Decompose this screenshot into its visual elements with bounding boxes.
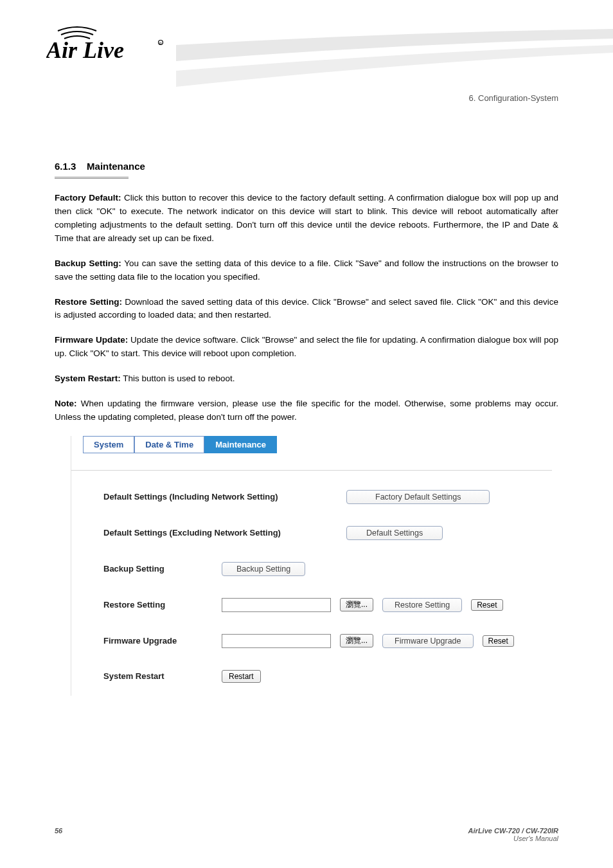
- chapter-breadcrumb: 6. Configuration-System: [55, 93, 558, 103]
- label-default-excluding: Default Settings (Excluding Network Sett…: [103, 528, 290, 538]
- restore-browse-button[interactable]: 瀏覽...: [340, 598, 373, 611]
- label-system-restart: System Restart:: [55, 374, 121, 383]
- tab-maintenance[interactable]: Maintenance: [204, 436, 277, 453]
- restore-file-input[interactable]: [222, 598, 331, 612]
- label-note: Note:: [55, 399, 81, 408]
- text-firmware-update: Update the device software. Click "Brows…: [55, 335, 558, 358]
- heading-underline: [55, 177, 129, 179]
- paragraph-factory-default: Factory Default: Click this button to re…: [55, 192, 558, 246]
- text-system-restart: This button is used to reboot.: [121, 374, 235, 383]
- paragraph-note: Note: When updating the firmware version…: [55, 397, 558, 424]
- label-restore-setting: Restore Setting:: [55, 297, 122, 307]
- paragraph-firmware-update: Firmware Update: Update the device softw…: [55, 334, 558, 361]
- text-factory-default: Click this button to recover this device…: [55, 193, 558, 243]
- tab-date-time[interactable]: Date & Time: [134, 436, 204, 453]
- text-note: When updating the firmware version, plea…: [55, 399, 558, 422]
- paragraph-backup-setting: Backup Setting: You can save the setting…: [55, 257, 558, 284]
- label-restore: Restore Setting: [103, 600, 213, 610]
- label-backup-setting: Backup Setting:: [55, 258, 121, 268]
- header-swoosh-decoration: [176, 26, 613, 90]
- paragraph-restore-setting: Restore Setting: Download the saved sett…: [55, 296, 558, 323]
- restart-button[interactable]: Restart: [222, 670, 261, 683]
- firmware-browse-button[interactable]: 瀏覽...: [340, 634, 373, 647]
- svg-text:Air Live: Air Live: [46, 37, 124, 63]
- maintenance-screenshot: System Date & Time Maintenance Default S…: [71, 436, 552, 696]
- label-default-including: Default Settings (Including Network Sett…: [103, 492, 290, 502]
- restore-reset-button[interactable]: Reset: [471, 599, 502, 611]
- restore-setting-button[interactable]: Restore Setting: [382, 598, 462, 612]
- section-title: Maintenance: [87, 161, 145, 172]
- label-firmware: Firmware Upgrade: [103, 636, 213, 646]
- default-settings-button[interactable]: Default Settings: [346, 526, 443, 540]
- factory-default-settings-button[interactable]: Factory Default Settings: [346, 490, 490, 504]
- label-backup: Backup Setting: [103, 564, 213, 574]
- svg-text:R: R: [159, 42, 163, 46]
- section-heading: 6.1.3 Maintenance: [55, 161, 558, 172]
- page-footer: 56 AirLive CW-720 / CW-720IR User's Manu…: [55, 827, 558, 842]
- backup-setting-button[interactable]: Backup Setting: [222, 562, 305, 576]
- paragraph-system-restart: System Restart: This button is used to r…: [55, 372, 558, 386]
- firmware-file-input[interactable]: [222, 634, 331, 648]
- text-backup-setting: You can save the setting data of this de…: [55, 258, 558, 282]
- airlive-logo: Air Live R: [46, 24, 175, 67]
- firmware-upgrade-button[interactable]: Firmware Upgrade: [382, 634, 474, 648]
- text-restore-setting: Download the saved setting data of this …: [55, 297, 558, 320]
- label-firmware-update: Firmware Update:: [55, 335, 128, 345]
- tab-system[interactable]: System: [83, 436, 134, 453]
- label-sysrestart: System Restart: [103, 671, 213, 681]
- section-number: 6.1.3: [55, 161, 76, 172]
- firmware-reset-button[interactable]: Reset: [483, 635, 514, 647]
- page-number: 56: [55, 827, 62, 842]
- footer-model: AirLive CW-720 / CW-720IR: [468, 827, 558, 835]
- label-factory-default: Factory Default:: [55, 193, 121, 203]
- footer-subtitle: User's Manual: [513, 835, 558, 842]
